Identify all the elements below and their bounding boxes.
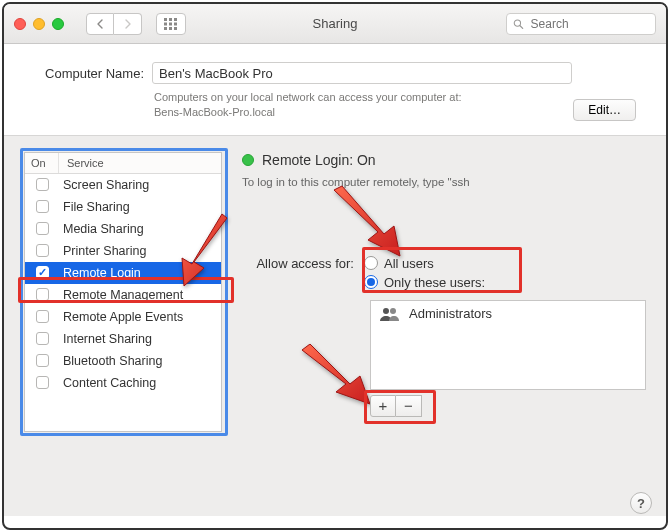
svg-rect-5	[174, 22, 177, 25]
help-button[interactable]: ?	[630, 492, 652, 514]
allow-access-section: Allow access for: All users Only these u…	[242, 256, 646, 290]
svg-rect-6	[164, 27, 167, 30]
hint-line-2: Bens-MacBook-Pro.local	[154, 106, 275, 118]
svg-rect-3	[164, 22, 167, 25]
radio-icon	[364, 256, 378, 270]
status-dot-icon	[242, 154, 254, 166]
radio-all-users[interactable]: All users	[364, 256, 485, 271]
show-all-button[interactable]	[156, 13, 186, 35]
list-item[interactable]: Administrators	[371, 301, 645, 327]
annotation-arrow-allow-access	[322, 184, 412, 267]
service-row-remote-management[interactable]: Remote Management	[25, 284, 221, 306]
services-panel: On Service Screen SharingFile SharingMed…	[24, 152, 224, 496]
radio-only-these-users[interactable]: Only these users:	[364, 275, 485, 290]
hint-line-1: Computers on your local network can acce…	[154, 91, 462, 103]
service-checkbox[interactable]	[36, 178, 49, 191]
svg-rect-2	[174, 18, 177, 21]
search-field[interactable]	[506, 13, 656, 35]
user-item-label: Administrators	[409, 306, 492, 321]
service-row-screen-sharing[interactable]: Screen Sharing	[25, 174, 221, 196]
svg-rect-8	[174, 27, 177, 30]
services-list[interactable]: On Service Screen SharingFile SharingMed…	[24, 152, 222, 432]
services-header: On Service	[25, 153, 221, 174]
annotation-arrow-add-remove	[290, 344, 380, 417]
svg-point-12	[390, 308, 396, 314]
service-login-hint: To log in to this computer remotely, typ…	[242, 176, 646, 188]
service-label: Media Sharing	[59, 222, 221, 236]
computer-name-label: Computer Name:	[24, 66, 144, 81]
service-row-printer-sharing[interactable]: Printer Sharing	[25, 240, 221, 262]
svg-point-11	[383, 308, 389, 314]
close-window-button[interactable]	[14, 18, 26, 30]
service-checkbox[interactable]	[36, 200, 49, 213]
radio-only-these-users-label: Only these users:	[384, 275, 485, 290]
add-remove-controls: + −	[370, 395, 422, 417]
allowed-users-list[interactable]: Administrators	[370, 300, 646, 390]
service-checkbox[interactable]	[36, 354, 49, 367]
radio-all-users-label: All users	[384, 256, 434, 271]
sharing-body: On Service Screen SharingFile SharingMed…	[4, 136, 666, 516]
service-status: Remote Login: On	[242, 152, 646, 168]
service-row-file-sharing[interactable]: File Sharing	[25, 196, 221, 218]
group-icon	[379, 305, 401, 323]
service-row-bluetooth-sharing[interactable]: Bluetooth Sharing	[25, 350, 221, 372]
window-controls	[14, 18, 64, 30]
service-label: Screen Sharing	[59, 178, 221, 192]
service-label: Remote Login	[59, 266, 221, 280]
service-checkbox[interactable]	[36, 244, 49, 257]
service-label: Remote Apple Events	[59, 310, 221, 324]
col-service-header: Service	[59, 153, 221, 173]
allow-access-label: Allow access for:	[242, 256, 354, 290]
svg-rect-0	[164, 18, 167, 21]
service-label: File Sharing	[59, 200, 221, 214]
titlebar: Sharing	[4, 4, 666, 44]
computer-name-input[interactable]	[152, 62, 572, 84]
service-row-internet-sharing[interactable]: Internet Sharing	[25, 328, 221, 350]
svg-line-10	[520, 25, 523, 28]
service-checkbox[interactable]	[36, 288, 49, 301]
service-checkbox[interactable]	[36, 332, 49, 345]
back-button[interactable]	[86, 13, 114, 35]
computer-name-section: Computer Name: Computers on your local n…	[4, 44, 666, 136]
service-row-media-sharing[interactable]: Media Sharing	[25, 218, 221, 240]
minimize-window-button[interactable]	[33, 18, 45, 30]
radio-icon-selected	[364, 275, 378, 289]
remove-user-button[interactable]: −	[396, 395, 422, 417]
search-icon	[513, 18, 524, 30]
svg-rect-1	[169, 18, 172, 21]
service-checkbox[interactable]	[36, 310, 49, 323]
service-row-remote-apple-events[interactable]: Remote Apple Events	[25, 306, 221, 328]
service-row-remote-login[interactable]: ✓Remote Login	[25, 262, 221, 284]
service-detail-pane: Remote Login: On To log in to this compu…	[242, 152, 646, 496]
col-on-header: On	[25, 153, 59, 173]
service-checkbox[interactable]: ✓	[36, 266, 49, 279]
service-label: Bluetooth Sharing	[59, 354, 221, 368]
add-user-button[interactable]: +	[370, 395, 396, 417]
service-checkbox[interactable]	[36, 222, 49, 235]
service-row-content-caching[interactable]: Content Caching	[25, 372, 221, 394]
service-checkbox[interactable]	[36, 376, 49, 389]
svg-rect-4	[169, 22, 172, 25]
forward-button[interactable]	[114, 13, 142, 35]
computer-name-hint: Computers on your local network can acce…	[154, 90, 534, 121]
service-label: Content Caching	[59, 376, 221, 390]
nav-back-forward	[86, 13, 142, 35]
service-label: Printer Sharing	[59, 244, 221, 258]
service-label: Internet Sharing	[59, 332, 221, 346]
service-status-label: Remote Login: On	[262, 152, 376, 168]
svg-rect-7	[169, 27, 172, 30]
service-label: Remote Management	[59, 288, 221, 302]
zoom-window-button[interactable]	[52, 18, 64, 30]
search-input[interactable]	[529, 16, 649, 32]
edit-hostname-button[interactable]: Edit…	[573, 99, 636, 121]
